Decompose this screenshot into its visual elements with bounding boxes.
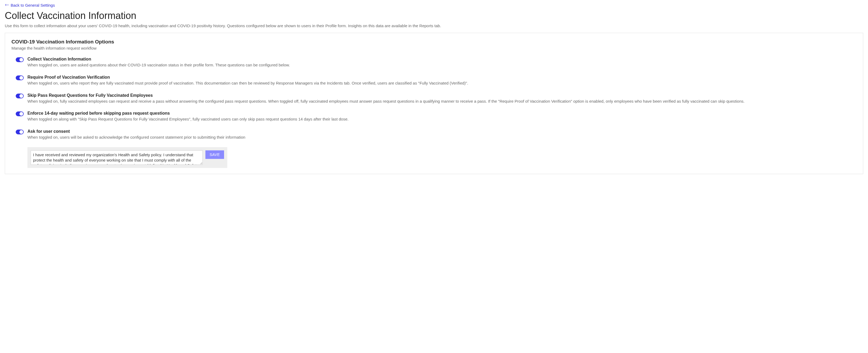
option-desc: When toggled on along with "Skip Pass Re… xyxy=(27,116,857,122)
options-panel: COVID-19 Vaccination Information Options… xyxy=(5,33,863,174)
option-collect-vaccination: Collect Vaccination Information When tog… xyxy=(11,57,857,68)
option-title: Ask for user consent xyxy=(27,129,857,134)
toggle-ask-consent[interactable] xyxy=(16,129,24,135)
toggle-collect-vaccination[interactable] xyxy=(16,57,24,62)
panel-subtitle: Manage the health information request wo… xyxy=(11,46,857,50)
option-title: Enforce 14-day waiting period before ski… xyxy=(27,111,857,116)
option-require-proof: Require Proof of Vaccination Verificatio… xyxy=(11,75,857,86)
save-button[interactable]: SAVE xyxy=(206,150,224,159)
option-desc: When toggled on, users will be asked to … xyxy=(27,135,857,140)
option-enforce-14-day: Enforce 14-day waiting period before ski… xyxy=(11,111,857,122)
option-skip-questions: Skip Pass Request Questions for Fully Va… xyxy=(11,93,857,104)
option-title: Skip Pass Request Questions for Fully Va… xyxy=(27,93,857,98)
back-to-settings-link[interactable]: 🡐 Back to General Settings xyxy=(5,3,55,7)
page-title: Collect Vaccination Information xyxy=(5,10,863,21)
option-title: Collect Vaccination Information xyxy=(27,57,857,62)
toggle-enforce-14-day[interactable] xyxy=(16,112,24,116)
page-subtitle: Use this form to collect information abo… xyxy=(5,23,863,29)
option-title: Require Proof of Vaccination Verificatio… xyxy=(27,75,857,80)
toggle-require-proof[interactable] xyxy=(16,76,24,80)
back-link-label: Back to General Settings xyxy=(11,3,55,7)
consent-textarea[interactable] xyxy=(31,150,203,165)
option-desc: When toggled on, users are asked questio… xyxy=(27,62,857,68)
option-desc: When toggled on, users who report they a… xyxy=(27,80,857,86)
option-desc: When toggled on, fully vaccinated employ… xyxy=(27,98,857,104)
consent-statement-box: SAVE xyxy=(27,147,227,168)
panel-title: COVID-19 Vaccination Information Options xyxy=(11,39,857,45)
option-ask-consent: Ask for user consent When toggled on, us… xyxy=(11,129,857,140)
toggle-skip-questions[interactable] xyxy=(16,94,24,98)
arrow-left-icon: 🡐 xyxy=(5,3,9,7)
